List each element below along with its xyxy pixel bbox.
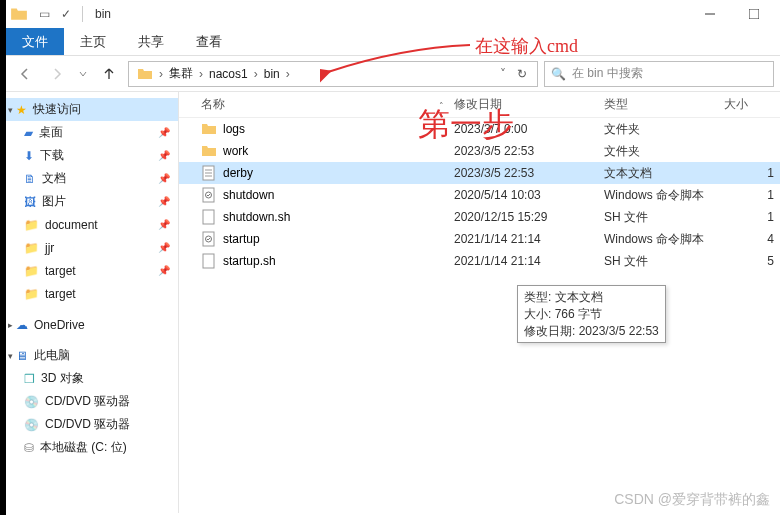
ribbon: 文件 主页 共享 查看: [6, 28, 780, 56]
cmd-icon: [201, 187, 217, 203]
file-name: logs: [223, 122, 245, 136]
file-type: Windows 命令脚本: [604, 187, 724, 204]
file-date: 2020/5/14 10:03: [454, 188, 604, 202]
chevron-down-icon[interactable]: ▾: [8, 105, 13, 115]
pin-icon: 📌: [158, 219, 170, 230]
pin-icon: 📌: [158, 265, 170, 276]
sidebar-this-pc[interactable]: ▾🖥此电脑: [6, 344, 178, 367]
chevron-right-icon[interactable]: ›: [157, 67, 165, 81]
refresh-button[interactable]: ↻: [511, 67, 533, 81]
file-name: shutdown: [223, 188, 274, 202]
folder-icon: [10, 5, 28, 23]
tab-file[interactable]: 文件: [6, 28, 64, 55]
sidebar-quick-access[interactable]: ▾ ★ 快速访问: [6, 98, 178, 121]
folder-icon: 📁: [24, 287, 39, 301]
chevron-right-icon[interactable]: ›: [252, 67, 260, 81]
file-row[interactable]: shutdown.sh2020/12/15 15:29SH 文件1: [179, 206, 780, 228]
address-bar[interactable]: › 集群 › nacos1 › bin › ˅ ↻: [128, 61, 538, 87]
chevron-down-icon[interactable]: ▾: [8, 351, 13, 361]
file-icon: [201, 253, 217, 269]
drive-icon: ⛁: [24, 441, 34, 455]
dropdown-button[interactable]: ˅: [495, 61, 511, 87]
tooltip-line: 类型: 文本文档: [524, 289, 659, 306]
file-list: 名称˄ 修改日期 类型 大小 logs2023/3/7 0:00文件夹work2…: [179, 92, 780, 513]
sidebar-item-pictures[interactable]: 🖼图片📌: [6, 190, 178, 213]
col-name[interactable]: 名称˄: [179, 96, 454, 113]
folder-icon: 📁: [24, 218, 39, 232]
breadcrumb[interactable]: bin: [260, 67, 284, 81]
file-size: 1: [724, 166, 780, 180]
pin-icon: 📌: [158, 173, 170, 184]
col-type[interactable]: 类型: [604, 96, 724, 113]
window-title: bin: [95, 7, 688, 21]
titlebar: ▭ ✓ bin: [6, 0, 780, 28]
file-size: 1: [724, 188, 780, 202]
file-date: 2020/12/15 15:29: [454, 210, 604, 224]
disc-icon: 💿: [24, 418, 39, 432]
download-icon: ⬇: [24, 149, 34, 163]
file-row[interactable]: shutdown2020/5/14 10:03Windows 命令脚本1: [179, 184, 780, 206]
file-size: 5: [724, 254, 780, 268]
forward-button[interactable]: [44, 61, 70, 87]
chevron-right-icon[interactable]: ▸: [8, 320, 13, 330]
sidebar-item-folder[interactable]: 📁target: [6, 282, 178, 305]
sidebar-item-downloads[interactable]: ⬇下载📌: [6, 144, 178, 167]
picture-icon: 🖼: [24, 195, 36, 209]
qat-item[interactable]: ▭: [34, 4, 54, 24]
col-size[interactable]: 大小: [724, 96, 780, 113]
cmd-icon: [201, 231, 217, 247]
file-size: 4: [724, 232, 780, 246]
file-size: 1: [724, 210, 780, 224]
pin-icon: 📌: [158, 150, 170, 161]
file-type: Windows 命令脚本: [604, 231, 724, 248]
sidebar-item-cddvd[interactable]: 💿CD/DVD 驱动器: [6, 413, 178, 436]
file-type: SH 文件: [604, 209, 724, 226]
minimize-button[interactable]: [688, 0, 732, 28]
sidebar-item-folder[interactable]: 📁target📌: [6, 259, 178, 282]
pc-icon: 🖥: [16, 349, 28, 363]
disc-icon: 💿: [24, 395, 39, 409]
file-type: 文本文档: [604, 165, 724, 182]
file-row[interactable]: derby2023/3/5 22:53文本文档1: [179, 162, 780, 184]
sidebar-item-folder[interactable]: 📁document📌: [6, 213, 178, 236]
desktop-icon: ▰: [24, 126, 33, 140]
sidebar-item-desktop[interactable]: ▰桌面📌: [6, 121, 178, 144]
maximize-button[interactable]: [732, 0, 776, 28]
sidebar-item-folder[interactable]: 📁jjr📌: [6, 236, 178, 259]
file-date: 2023/3/5 22:53: [454, 166, 604, 180]
cloud-icon: ☁: [16, 318, 28, 332]
pin-icon: 📌: [158, 242, 170, 253]
sidebar-onedrive[interactable]: ▸☁OneDrive: [6, 313, 178, 336]
file-name: startup.sh: [223, 254, 276, 268]
sidebar-item-cddvd[interactable]: 💿CD/DVD 驱动器: [6, 390, 178, 413]
tab-home[interactable]: 主页: [64, 28, 122, 55]
tooltip-line: 修改日期: 2023/3/5 22:53: [524, 323, 659, 340]
file-row[interactable]: startup2021/1/14 21:14Windows 命令脚本4: [179, 228, 780, 250]
sidebar-item-drive[interactable]: ⛁本地磁盘 (C: 位): [6, 436, 178, 459]
address-row: › 集群 › nacos1 › bin › ˅ ↻ 🔍 在 bin 中搜索: [6, 56, 780, 92]
sidebar-item-3d[interactable]: ❒3D 对象: [6, 367, 178, 390]
annotation-text: 在这输入cmd: [475, 34, 578, 58]
chevron-right-icon[interactable]: ›: [284, 67, 292, 81]
folder-icon: 📁: [24, 241, 39, 255]
file-row[interactable]: startup.sh2021/1/14 21:14SH 文件5: [179, 250, 780, 272]
search-input[interactable]: 🔍 在 bin 中搜索: [544, 61, 774, 87]
tab-view[interactable]: 查看: [180, 28, 238, 55]
folder-icon: 📁: [24, 264, 39, 278]
pin-icon: 📌: [158, 196, 170, 207]
folder-icon: [137, 66, 153, 82]
chevron-right-icon[interactable]: ›: [197, 67, 205, 81]
qat-item[interactable]: ✓: [56, 4, 76, 24]
sidebar-item-documents[interactable]: 🗎文档📌: [6, 167, 178, 190]
back-button[interactable]: [12, 61, 38, 87]
search-icon: 🔍: [551, 67, 566, 81]
file-type: 文件夹: [604, 143, 724, 160]
tab-share[interactable]: 共享: [122, 28, 180, 55]
breadcrumb[interactable]: nacos1: [205, 67, 252, 81]
up-button[interactable]: [96, 61, 122, 87]
breadcrumb[interactable]: 集群: [165, 65, 197, 82]
search-placeholder: 在 bin 中搜索: [572, 65, 643, 82]
recent-dropdown[interactable]: [76, 61, 90, 87]
pin-icon: 📌: [158, 127, 170, 138]
document-icon: 🗎: [24, 172, 36, 186]
